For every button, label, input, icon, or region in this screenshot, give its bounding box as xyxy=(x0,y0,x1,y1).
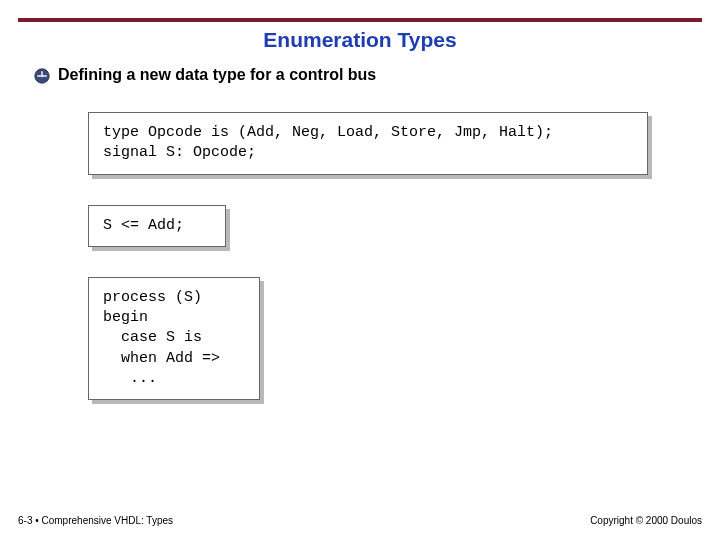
code-text: type Opcode is (Add, Neg, Load, Store, J… xyxy=(103,123,633,164)
code-block-assignment: S <= Add; xyxy=(88,205,720,247)
code-text: process (S) begin case S is when Add => … xyxy=(103,288,245,389)
bullet-icon xyxy=(34,68,50,84)
svg-point-3 xyxy=(41,75,43,77)
footer: 6-3 • Comprehensive VHDL: Types Copyrigh… xyxy=(18,515,702,526)
bullet-text: Defining a new data type for a control b… xyxy=(58,66,376,84)
slide-title: Enumeration Types xyxy=(0,28,720,52)
bullet-item: Defining a new data type for a control b… xyxy=(34,66,720,84)
footer-left: 6-3 • Comprehensive VHDL: Types xyxy=(18,515,173,526)
top-divider xyxy=(18,18,702,22)
code-text: S <= Add; xyxy=(103,216,211,236)
code-block-type-decl: type Opcode is (Add, Neg, Load, Store, J… xyxy=(88,112,720,175)
code-block-process: process (S) begin case S is when Add => … xyxy=(88,277,720,400)
footer-right: Copyright © 2000 Doulos xyxy=(590,515,702,526)
